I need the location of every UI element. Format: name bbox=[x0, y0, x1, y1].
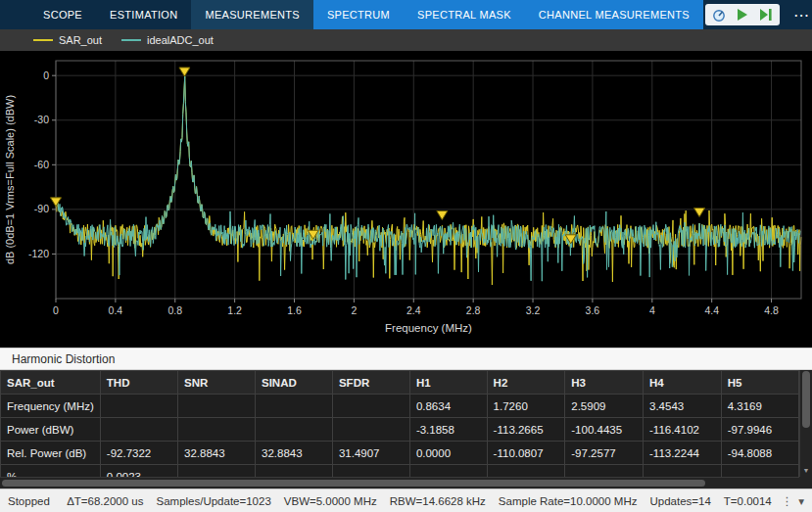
x-tick-label: 4 bbox=[649, 304, 655, 316]
row-label: Power (dBW) bbox=[1, 418, 101, 442]
panel-title: Harmonic Distortion bbox=[12, 352, 115, 366]
x-tick-label: 3.6 bbox=[586, 304, 600, 316]
table-cell: -3.1858 bbox=[409, 418, 487, 442]
x-tick-label: 2.4 bbox=[406, 304, 421, 316]
table-row: Frequency (MHz)0.86341.72602.59093.45434… bbox=[1, 395, 799, 418]
table-cell bbox=[565, 465, 644, 478]
x-axis-label: Frequency (MHz) bbox=[385, 322, 472, 334]
idealadc-out-line-swatch bbox=[121, 39, 141, 41]
x-tick-label: 0 bbox=[53, 304, 59, 316]
table-cell: -97.9946 bbox=[721, 418, 798, 442]
harmonic-distortion-table-area: SAR_outTHDSNRSINADSFDRH1H2H3H4H5Frequenc… bbox=[0, 370, 812, 489]
x-tick-label: 0.8 bbox=[167, 304, 182, 316]
table-cell: -92.7322 bbox=[100, 442, 177, 465]
vertical-scrollbar[interactable]: ▼ bbox=[799, 370, 812, 477]
tab-spectral-mask[interactable]: SPECTRAL MASK bbox=[404, 0, 525, 29]
table-cell bbox=[178, 465, 256, 478]
column-header: SNR bbox=[178, 371, 256, 395]
status-stat: Sample Rate=10.0000 MHz bbox=[499, 495, 638, 507]
table-viewport: SAR_outTHDSNRSINADSFDRH1H2H3H4H5Frequenc… bbox=[0, 370, 799, 477]
table-cell: 1.7260 bbox=[487, 395, 565, 418]
table-cell bbox=[332, 465, 409, 478]
y-tick-label: -60 bbox=[34, 159, 49, 170]
legend-item-idealadc-out[interactable]: idealADC_out bbox=[121, 34, 214, 46]
table-cell bbox=[256, 418, 333, 442]
table-header-row: SAR_outTHDSNRSINADSFDRH1H2H3H4H5 bbox=[1, 371, 799, 395]
harmonic-marker[interactable] bbox=[437, 211, 448, 220]
status-icons: ⋮ ▾ bbox=[782, 494, 804, 508]
table-cell: -94.8088 bbox=[721, 442, 798, 465]
spectrum-plot[interactable]: 00.40.81.21.622.42.83.23.644.44.80-30-60… bbox=[0, 51, 812, 348]
column-header: SINAD bbox=[256, 371, 333, 395]
table-cell: 0.8634 bbox=[409, 395, 487, 418]
scroll-down-arrow-icon[interactable]: ▼ bbox=[800, 466, 812, 476]
row-label: % bbox=[1, 465, 101, 478]
table-cell bbox=[721, 465, 798, 478]
scrollbar-corner bbox=[799, 477, 812, 489]
y-tick-label: -120 bbox=[28, 248, 49, 259]
column-header: SAR_out bbox=[1, 371, 101, 395]
status-stat: T=0.0014 bbox=[724, 495, 772, 507]
probe-settings-icon[interactable] bbox=[708, 5, 730, 24]
table-cell: -97.2577 bbox=[565, 442, 644, 465]
column-header: H1 bbox=[409, 371, 487, 395]
simulation-status: Stopped bbox=[8, 495, 50, 507]
channel-legend: SAR_out idealADC_out bbox=[0, 29, 812, 51]
legend-label: idealADC_out bbox=[147, 34, 214, 46]
menu-dots-icon[interactable]: ⋮ bbox=[782, 494, 793, 508]
table-cell bbox=[409, 465, 487, 478]
table-cell: 32.8843 bbox=[256, 442, 333, 465]
vertical-scrollbar-thumb[interactable] bbox=[802, 371, 810, 428]
horizontal-scrollbar[interactable] bbox=[0, 477, 799, 489]
table-cell bbox=[644, 465, 722, 478]
legend-label: SAR_out bbox=[59, 34, 102, 46]
table-cell: -110.0807 bbox=[487, 442, 565, 465]
tab-channel-measurements[interactable]: CHANNEL MEASUREMENTS bbox=[525, 0, 703, 29]
table-cell: -113.2244 bbox=[644, 442, 722, 465]
harmonic-distortion-table: SAR_outTHDSNRSINADSFDRH1H2H3H4H5Frequenc… bbox=[0, 370, 799, 477]
table-cell: 0.0023 bbox=[100, 465, 177, 478]
column-header: SFDR bbox=[332, 371, 409, 395]
horizontal-scrollbar-thumb[interactable] bbox=[2, 480, 705, 487]
table-row: Rel. Power (dB)-92.732232.884332.884331.… bbox=[1, 442, 799, 465]
step-forward-button[interactable] bbox=[755, 5, 777, 24]
legend-item-sar-out[interactable]: SAR_out bbox=[33, 34, 102, 46]
table-cell: 31.4907 bbox=[332, 442, 409, 465]
tab-measurements[interactable]: MEASUREMENTS bbox=[191, 0, 313, 29]
table-cell bbox=[100, 395, 177, 418]
x-tick-label: 2.8 bbox=[466, 304, 481, 316]
table-cell bbox=[178, 395, 256, 418]
x-tick-label: 3.2 bbox=[526, 304, 541, 316]
column-header: H4 bbox=[644, 371, 722, 395]
sar-out-line-swatch bbox=[33, 39, 53, 41]
tab-estimation[interactable]: ESTIMATION bbox=[96, 0, 191, 29]
tab-scope[interactable]: SCOPE bbox=[29, 0, 96, 29]
table-cell: 4.3169 bbox=[721, 395, 798, 418]
harmonic-marker[interactable] bbox=[694, 208, 705, 216]
table-cell: -116.4102 bbox=[644, 418, 722, 442]
column-header: H2 bbox=[487, 371, 565, 395]
x-tick-label: 4.8 bbox=[764, 304, 779, 316]
contextual-tab-group: SPECTRUM SPECTRAL MASK CHANNEL MEASUREME… bbox=[313, 0, 703, 29]
table-cell: 3.4543 bbox=[644, 395, 722, 418]
toolstrip: SCOPE ESTIMATION MEASUREMENTS SPECTRUM S… bbox=[0, 0, 812, 29]
table-cell bbox=[100, 418, 177, 442]
table-cell bbox=[487, 465, 565, 478]
table-cell: 32.8843 bbox=[178, 442, 256, 465]
column-header: THD bbox=[100, 371, 177, 395]
table-cell bbox=[332, 395, 409, 418]
tab-spectrum[interactable]: SPECTRUM bbox=[313, 0, 404, 29]
table-cell bbox=[332, 418, 409, 442]
run-button[interactable] bbox=[732, 5, 753, 24]
y-axis-label: dB (0dB=1 Vrms=Full Scale) (dBW) bbox=[4, 95, 16, 264]
playback-controls bbox=[705, 4, 780, 25]
table-row: %0.0023 bbox=[1, 465, 799, 478]
status-stat: Updates=14 bbox=[649, 495, 710, 507]
table-cell bbox=[256, 395, 333, 418]
harmonic-marker[interactable] bbox=[179, 68, 190, 76]
table-row: Power (dBW)-3.1858-113.2665-100.4435-116… bbox=[1, 418, 799, 442]
collapse-panel-icon[interactable]: ▾ bbox=[798, 494, 804, 508]
table-cell: 0.0000 bbox=[409, 442, 487, 465]
x-tick-label: 1.6 bbox=[287, 304, 302, 316]
more-options-button[interactable]: ⋯ bbox=[789, 0, 812, 29]
